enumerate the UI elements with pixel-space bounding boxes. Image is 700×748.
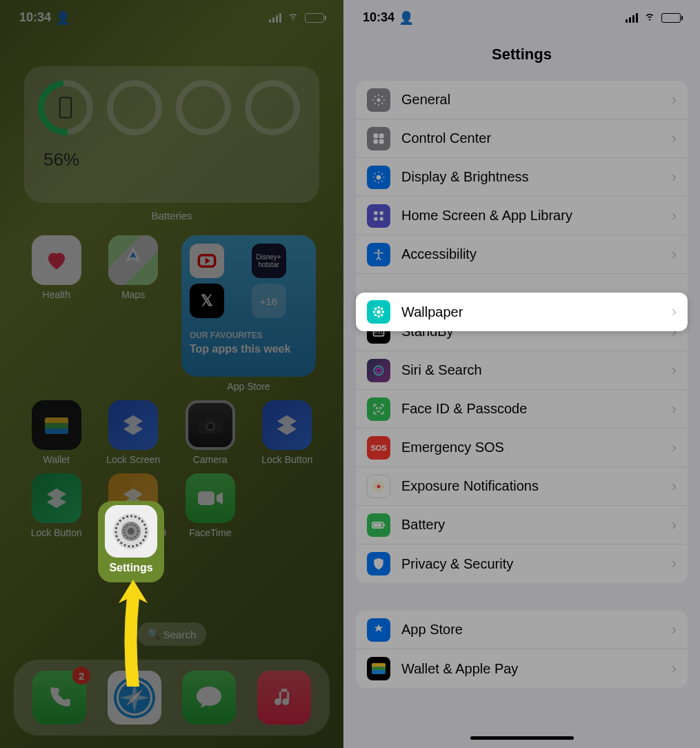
status-time: 10:34 (19, 10, 51, 25)
battery-icon (305, 13, 324, 23)
svg-rect-24 (374, 211, 377, 215)
svg-point-32 (377, 368, 381, 373)
svg-rect-8 (206, 417, 215, 421)
chevron-right-icon: › (672, 168, 677, 186)
svg-point-45 (377, 306, 380, 309)
status-bar-left: 10:34 👤 (0, 0, 343, 35)
app-facetime[interactable]: FaceTime (174, 473, 246, 538)
wifi-icon (643, 10, 656, 26)
youtube-icon (190, 244, 224, 278)
svg-point-18 (377, 98, 381, 101)
row-face-id[interactable]: Face ID & Passcode› (356, 390, 688, 429)
home-indicator[interactable] (470, 736, 574, 740)
row-emergency-sos[interactable]: SOSEmergency SOS› (356, 429, 688, 467)
svg-rect-22 (379, 139, 384, 144)
svg-rect-9 (198, 491, 214, 505)
svg-rect-19 (374, 133, 379, 138)
app-lock-button-1[interactable]: Lock Button (252, 400, 323, 465)
wifi-icon (287, 10, 299, 26)
svg-point-49 (374, 308, 377, 311)
row-battery[interactable]: Battery› (356, 506, 688, 544)
row-siri-search[interactable]: Siri & Search› (356, 351, 688, 390)
svg-rect-26 (374, 217, 377, 220)
signal-icon (269, 13, 281, 23)
app-maps[interactable]: Maps (98, 235, 170, 392)
svg-point-34 (380, 407, 381, 409)
row-control-center[interactable]: Control Center› (356, 119, 688, 158)
phone-badge: 2 (72, 667, 90, 685)
chevron-right-icon: › (672, 555, 677, 573)
dock-music[interactable] (257, 671, 311, 725)
row-home-screen[interactable]: Home Screen & App Library› (356, 197, 688, 235)
chevron-right-icon: › (672, 362, 677, 380)
chevron-right-icon: › (672, 91, 677, 109)
svg-rect-43 (372, 670, 386, 674)
dock: 2 (14, 660, 330, 736)
row-app-store[interactable]: App Store› (356, 611, 688, 649)
app-lock-button-2[interactable]: Lock Button (21, 473, 92, 538)
svg-point-50 (381, 308, 383, 311)
row-exposure[interactable]: Exposure Notifications› (356, 467, 688, 506)
wallpaper-icon (367, 300, 390, 324)
svg-rect-39 (384, 524, 386, 526)
svg-point-47 (373, 311, 376, 313)
row-wallpaper-highlighted[interactable]: Wallpaper › (356, 293, 688, 331)
chevron-right-icon: › (672, 207, 677, 225)
svg-rect-27 (380, 217, 383, 220)
row-privacy[interactable]: Privacy & Security› (356, 544, 688, 583)
app-store-widget[interactable]: Disney+ hotstar 𝕏 +16 OUR FAVOURITES Top… (174, 235, 323, 392)
settings-panel: 10:34 👤 Settings General› Control Center… (343, 0, 700, 748)
settings-list-secondary: App Store› Wallet & Apple Pay› (356, 611, 688, 688)
row-wallet-applepay[interactable]: Wallet & Apple Pay› (356, 649, 688, 688)
svg-rect-20 (379, 133, 384, 138)
svg-point-46 (377, 315, 380, 318)
chevron-right-icon: › (672, 303, 677, 321)
app-wallet[interactable]: Wallet (21, 400, 92, 465)
svg-point-44 (377, 310, 381, 314)
settings-title: Settings (343, 35, 700, 81)
app-camera[interactable]: Camera (174, 400, 246, 465)
svg-rect-0 (60, 97, 72, 117)
svg-point-23 (377, 175, 381, 179)
svg-rect-25 (380, 211, 383, 215)
appstore-title: Top apps this week (190, 343, 308, 355)
svg-point-52 (381, 314, 383, 317)
chevron-right-icon: › (672, 621, 677, 639)
svg-point-48 (382, 311, 385, 313)
x-icon: 𝕏 (190, 284, 224, 318)
widget-battery-pct: 56% (43, 149, 306, 170)
home-screen-panel: 10:34 👤 56% Batteries Health Maps (0, 0, 343, 748)
appstore-subtitle: OUR FAVOURITES (190, 331, 308, 340)
svg-point-35 (377, 484, 381, 488)
svg-point-7 (208, 424, 213, 429)
row-display-brightness[interactable]: Display & Brightness› (356, 158, 688, 197)
svg-rect-21 (374, 139, 379, 144)
svg-point-33 (377, 407, 378, 409)
signal-icon (626, 13, 638, 23)
dock-phone[interactable]: 2 (32, 671, 86, 725)
chevron-right-icon: › (672, 400, 677, 418)
chevron-right-icon: › (672, 660, 677, 678)
row-accessibility[interactable]: Accessibility› (356, 235, 688, 274)
settings-list-main: General› Control Center› Display & Brigh… (356, 81, 688, 583)
app-health[interactable]: Health (21, 235, 92, 392)
status-bar-right: 10:34 👤 (343, 0, 700, 35)
batteries-widget[interactable]: 56% (24, 66, 319, 203)
app-settings-highlighted[interactable]: Settings (98, 501, 164, 582)
chevron-right-icon: › (672, 516, 677, 534)
svg-rect-40 (374, 523, 382, 526)
widget-label: Batteries (0, 210, 343, 222)
row-general[interactable]: General› (356, 81, 688, 119)
svg-point-31 (374, 366, 383, 375)
svg-point-14 (128, 528, 134, 535)
profile-icon: 👤 (55, 10, 70, 26)
hotstar-icon: Disney+ hotstar (252, 244, 286, 278)
chevron-right-icon: › (672, 246, 677, 264)
dock-messages[interactable] (182, 671, 236, 725)
chevron-right-icon: › (672, 478, 677, 495)
svg-point-51 (374, 314, 377, 317)
status-time: 10:34 (363, 10, 394, 25)
chevron-right-icon: › (672, 439, 677, 457)
app-lock-screen[interactable]: Lock Screen (98, 400, 170, 465)
settings-icon (105, 505, 157, 558)
